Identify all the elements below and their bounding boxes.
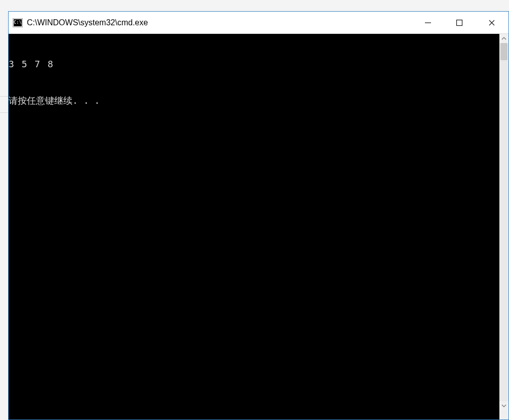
scrollbar-corner [499, 410, 508, 419]
console-line: 请按任意键继续. . . [9, 95, 499, 107]
close-button[interactable] [475, 12, 508, 33]
console-client-area: 3 5 7 8 请按任意键继续. . . [9, 34, 508, 419]
minimize-icon [424, 19, 432, 27]
maximize-icon [456, 19, 463, 26]
titlebar[interactable]: C:\ C:\WINDOWS\system32\cmd.exe [9, 12, 508, 34]
console-line: 3 5 7 8 [9, 58, 499, 70]
scroll-up-button[interactable] [499, 34, 508, 43]
vertical-scrollbar[interactable] [499, 34, 508, 410]
close-icon [488, 19, 496, 27]
window-title: C:\WINDOWS\system32\cmd.exe [27, 18, 412, 27]
console-output[interactable]: 3 5 7 8 请按任意键继续. . . [9, 34, 499, 419]
cmd-icon: C:\ [13, 18, 23, 27]
maximize-button[interactable] [444, 12, 475, 33]
svg-rect-0 [457, 20, 462, 25]
minimize-button[interactable] [412, 12, 444, 33]
scroll-down-button[interactable] [499, 401, 508, 410]
window-controls [412, 12, 508, 33]
chevron-up-icon [501, 36, 506, 41]
chevron-down-icon [501, 403, 506, 408]
scrollbar-thumb[interactable] [500, 43, 507, 60]
cmd-window: C:\ C:\WINDOWS\system32\cmd.exe 3 5 7 8 … [8, 11, 509, 420]
